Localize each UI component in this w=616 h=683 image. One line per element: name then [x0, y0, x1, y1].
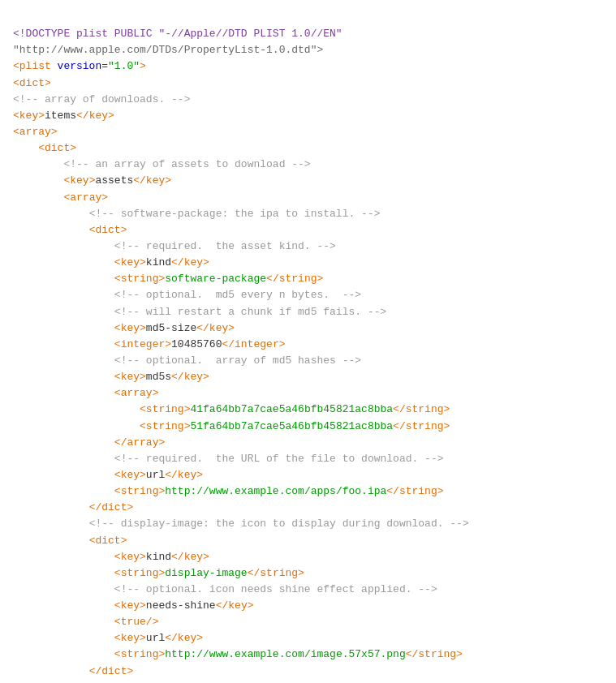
code-integer-content: 10485760: [171, 338, 222, 350]
code-line: <string>http://www.example.com/image.57x…: [13, 646, 603, 663]
code-comment: <!-- an array of assets to download -->: [63, 158, 310, 170]
code-line: <key>assets</key>: [13, 173, 603, 189]
code-line: <!-- an array of assets to download -->: [13, 157, 603, 173]
code-tag: </string>: [406, 648, 463, 660]
code-string-content: http://www.example.com/apps/foo.ipa: [165, 485, 386, 497]
code-tag: <string>: [140, 403, 190, 415]
code-tag: <key>: [114, 256, 146, 268]
code-tag: </string>: [266, 273, 323, 285]
code-tag: <integer>: [114, 338, 171, 350]
code-line: <key>kind</key>: [13, 549, 603, 565]
code-comment: <!-- software-package: the ipa to instal…: [89, 208, 381, 220]
code-tag: </string>: [393, 420, 450, 432]
code-tag: <key>: [114, 599, 146, 612]
code-line: "http://www.apple.com/DTDs/PropertyList-…: [13, 42, 603, 58]
code-indent: [13, 174, 63, 187]
code-indent: [13, 501, 89, 513]
code-tag: <dict>: [89, 224, 127, 236]
code-tag: </string>: [386, 485, 443, 497]
code-tag: <dict>: [13, 77, 51, 89]
code-line: </array>: [13, 435, 603, 451]
code-indent: [13, 518, 89, 530]
code-indent: [13, 599, 114, 612]
code-indent: [13, 142, 38, 154]
code-tag: </key>: [165, 632, 203, 644]
code-line: <key>url</key>: [13, 630, 603, 646]
code-indent: [13, 306, 114, 318]
code-indent: [13, 354, 114, 367]
code-line: <!-- optional. md5 every n bytes. -->: [13, 287, 603, 303]
code-comment: <!-- optional. array of md5 hashes -->: [114, 354, 361, 367]
code-line: <dict>: [13, 222, 603, 238]
code-indent: [13, 371, 114, 383]
code-indent: [13, 224, 89, 236]
code-indent: [13, 453, 114, 465]
code-tag: <key>: [114, 551, 146, 563]
code-indent: [13, 208, 89, 220]
code-tag: </dict>: [89, 665, 134, 677]
code-line: <key>needs-shine</key>: [13, 598, 603, 614]
code-key-content: kind: [146, 551, 171, 563]
code-tag: </dict>: [89, 501, 134, 513]
code-indent: [13, 551, 114, 563]
code-line: <array>: [13, 190, 603, 206]
code-key-content: items: [45, 110, 76, 122]
code-line: <!-- required. the asset kind. -->: [13, 238, 603, 255]
code-key-content: md5s: [146, 371, 171, 383]
code-indent: [13, 273, 114, 285]
code-comment: <!-- display-image: the icon to display …: [89, 518, 469, 530]
code-comment: <!-- optional. icon needs shine effect a…: [114, 583, 437, 595]
code-tag: <dict>: [89, 535, 127, 547]
code-tag: </key>: [165, 469, 203, 481]
code-string-content: http://www.example.com/image.57x57.png: [165, 648, 405, 660]
code-line: <dict>: [13, 75, 603, 92]
code-tag: <array>: [114, 387, 159, 399]
code-line: <!-- array of downloads. -->: [13, 92, 603, 108]
code-tag: </key>: [133, 174, 171, 187]
code-line: <!-- optional. icon needs shine effect a…: [13, 582, 603, 598]
code-indent: [13, 567, 114, 579]
code-comment: <!-- array of downloads. -->: [13, 93, 190, 105]
code-tag: <dict>: [38, 142, 76, 154]
code-line: <array>: [13, 124, 603, 140]
code-string-content: software-package: [165, 273, 266, 285]
code-indent: [13, 485, 114, 497]
code-indent: [13, 387, 114, 399]
code-line: <!DOCTYPE plist PUBLIC "-//Apple//DTD PL…: [13, 26, 603, 42]
code-comment: <!-- optional. md5 every n bytes. -->: [114, 289, 361, 301]
code-indent: [13, 289, 114, 301]
code-line: <plist version="1.0">: [13, 58, 603, 75]
code-indent: [13, 616, 114, 628]
code-key-content: md5-size: [146, 322, 196, 334]
code-editor: <!DOCTYPE plist PUBLIC "-//Apple//DTD PL…: [13, 10, 603, 680]
code-tag: <key>: [63, 174, 95, 187]
code-key-content: needs-shine: [146, 599, 216, 612]
code-line: <string>http://www.example.com/apps/foo.…: [13, 483, 603, 500]
code-indent: [13, 436, 114, 449]
code-indent: [13, 403, 140, 415]
code-tag: </array>: [114, 436, 165, 449]
code-string-content: 51fa64bb7a7cae5a46bfb45821ac8bba: [190, 420, 393, 432]
code-tag: </key>: [196, 322, 235, 334]
code-line: <dict>: [13, 533, 603, 549]
code-tag: <key>: [114, 632, 146, 644]
code-line: </dict>: [13, 500, 603, 516]
code-tag: </key>: [171, 256, 209, 268]
code-tag: <string>: [114, 273, 165, 285]
code-comment: <!-- required. the URL of the file to do…: [114, 453, 444, 465]
code-indent: [13, 469, 114, 481]
code-tag: <string>: [114, 567, 165, 579]
code-tag: </string>: [393, 403, 450, 415]
code-line: </dict>: [13, 664, 603, 680]
code-key-content: url: [146, 469, 165, 481]
code-line: <!-- will restart a chunk if md5 fails. …: [13, 304, 603, 320]
code-tag: <key>: [114, 322, 146, 334]
code-indent: [13, 420, 140, 432]
code-string-content: 41fa64bb7a7cae5a46bfb45821ac8bba: [190, 403, 393, 415]
code-attr-value: "1.0": [108, 60, 140, 72]
code-indent: [13, 191, 63, 204]
code-indent: [13, 583, 114, 595]
code-line: <dict>: [13, 140, 603, 157]
code-tag: <string>: [140, 420, 190, 432]
code-line: <key>kind</key>: [13, 255, 603, 271]
